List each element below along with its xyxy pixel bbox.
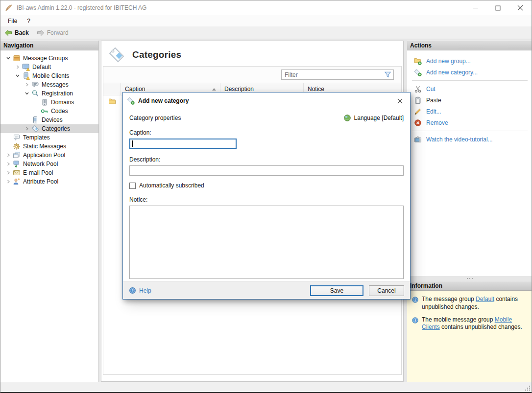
navigation-toolbar: Back Forward <box>0 26 532 39</box>
tree-label: Registration <box>42 90 73 97</box>
tree-item-messages[interactable]: Messages <box>0 80 98 89</box>
dialog-title: Add new category <box>138 97 189 104</box>
tree-item-network-pool[interactable]: Network Pool <box>0 160 98 168</box>
tree-item-default[interactable]: Default <box>0 63 98 71</box>
cancel-button[interactable]: Cancel <box>369 285 404 296</box>
action-add-new-group[interactable]: Add new group... <box>407 55 532 67</box>
tree-label: Categories <box>42 125 70 132</box>
notice-label: Notice: <box>129 196 404 203</box>
close-window-button[interactable] <box>509 0 532 15</box>
info-link-default[interactable]: Default <box>476 296 494 302</box>
action-edit[interactable]: Edit... <box>407 106 532 117</box>
actions-separator <box>412 131 528 131</box>
cut-scissors-icon <box>414 85 422 93</box>
messages-icon <box>31 81 39 89</box>
tree-item-static-messages[interactable]: Static Messages <box>0 142 98 151</box>
info-icon: i <box>411 317 419 324</box>
chevron-right-icon[interactable] <box>23 81 30 88</box>
description-input[interactable] <box>129 165 404 176</box>
chevron-right-icon[interactable] <box>14 64 21 70</box>
back-arrow-icon <box>4 29 12 37</box>
menu-help[interactable]: ? <box>22 15 35 26</box>
navigation-panel: Navigation Message Groups Default Mobile… <box>0 41 99 382</box>
minimize-button[interactable] <box>464 0 486 15</box>
paste-clipboard-icon <box>414 96 422 104</box>
info-icon: i <box>411 296 419 303</box>
info-text: The mobile message group Mobile Clients … <box>422 316 529 332</box>
menu-file[interactable]: File <box>0 15 22 26</box>
navigation-tree: Message Groups Default Mobile Clients Me… <box>0 50 98 186</box>
static-messages-icon <box>13 142 21 150</box>
action-watch-video-tutorial[interactable]: Watch the video-tutorial... <box>407 134 532 145</box>
title-bar: IBI-aws Admin 1.22.0 - registered for IB… <box>0 0 532 15</box>
chevron-right-icon[interactable] <box>4 161 12 167</box>
tree-label: Domains <box>51 99 74 106</box>
action-paste[interactable]: Paste <box>407 94 532 106</box>
navigation-panel-header: Navigation <box>0 41 98 50</box>
action-label: Cut <box>426 86 435 92</box>
remove-icon <box>414 119 422 127</box>
description-label: Description: <box>129 156 404 163</box>
chevron-right-icon[interactable] <box>23 125 30 132</box>
chevron-right-icon[interactable] <box>4 169 12 176</box>
forward-button[interactable]: Forward <box>33 26 73 39</box>
caption-input[interactable] <box>129 139 237 149</box>
automatically-subscribed-checkbox[interactable] <box>129 183 136 189</box>
column-label: Description <box>224 86 254 92</box>
filter-input[interactable] <box>282 71 384 78</box>
tree-item-application-pool[interactable]: Application Pool <box>0 151 98 160</box>
filter-bar <box>103 67 401 83</box>
globe-icon <box>343 114 351 122</box>
chevron-placeholder <box>23 116 30 123</box>
information-panel: Information i The message group Default … <box>407 281 532 382</box>
message-groups-icon <box>13 54 21 62</box>
column-label: Notice <box>308 86 324 92</box>
tree-item-email-pool[interactable]: E-mail Pool <box>0 168 98 177</box>
tree-item-attribute-pool[interactable]: Attribute Pool <box>0 177 98 186</box>
action-add-new-category[interactable]: Add new category... <box>407 67 532 78</box>
action-label: Edit... <box>426 108 441 115</box>
window-title: IBI-aws Admin 1.22.0 - registered for IB… <box>17 4 146 11</box>
chevron-down-icon[interactable] <box>14 72 21 79</box>
codes-key-icon <box>41 107 48 115</box>
action-label: Add new category... <box>426 69 478 76</box>
tree-item-templates[interactable]: Templates <box>0 133 98 142</box>
filter-box <box>281 69 394 80</box>
resize-grip[interactable] <box>525 386 531 391</box>
tree-item-devices[interactable]: Devices <box>0 116 98 124</box>
chevron-right-icon[interactable] <box>4 178 12 185</box>
caption-label: Caption: <box>129 129 404 136</box>
language-selector[interactable]: Language [Default] <box>343 114 404 122</box>
chevron-down-icon[interactable] <box>4 55 12 62</box>
notice-textarea[interactable] <box>129 206 404 279</box>
action-remove[interactable]: Remove <box>407 117 532 128</box>
tree-label: Mobile Clients <box>32 72 69 79</box>
tree-item-mobile-clients[interactable]: Mobile Clients <box>0 71 98 80</box>
tree-label: Devices <box>42 116 63 123</box>
chevron-down-icon[interactable] <box>23 90 30 97</box>
page-title: Categories <box>132 49 181 60</box>
edit-pencil-icon <box>414 108 422 116</box>
action-cut[interactable]: Cut <box>407 83 532 94</box>
tree-item-domains[interactable]: Domains <box>0 98 98 107</box>
menu-bar: File ? <box>0 15 532 26</box>
tree-label: Attribute Pool <box>23 178 58 185</box>
filter-funnel-icon[interactable] <box>384 71 391 78</box>
tree-label: E-mail Pool <box>23 169 53 176</box>
back-button[interactable]: Back <box>0 26 33 39</box>
column-header-icon[interactable] <box>103 83 121 95</box>
tree-item-codes[interactable]: Codes <box>0 107 98 116</box>
tree-item-categories[interactable]: Categories <box>0 124 98 133</box>
text-caret <box>132 140 133 147</box>
tree-item-registration[interactable]: Registration <box>0 89 98 98</box>
chevron-right-icon[interactable] <box>4 152 12 159</box>
save-button[interactable]: Save <box>310 285 363 296</box>
tree-label: Network Pool <box>23 161 58 167</box>
tree-item-message-groups[interactable]: Message Groups <box>0 54 98 63</box>
tree-label: Application Pool <box>23 152 65 159</box>
help-link[interactable]: ? Help <box>129 287 151 294</box>
panel-splitter[interactable] <box>407 276 532 281</box>
maximize-button[interactable] <box>486 0 509 15</box>
dialog-close-button[interactable] <box>394 95 405 106</box>
action-label: Add new group... <box>426 58 471 65</box>
